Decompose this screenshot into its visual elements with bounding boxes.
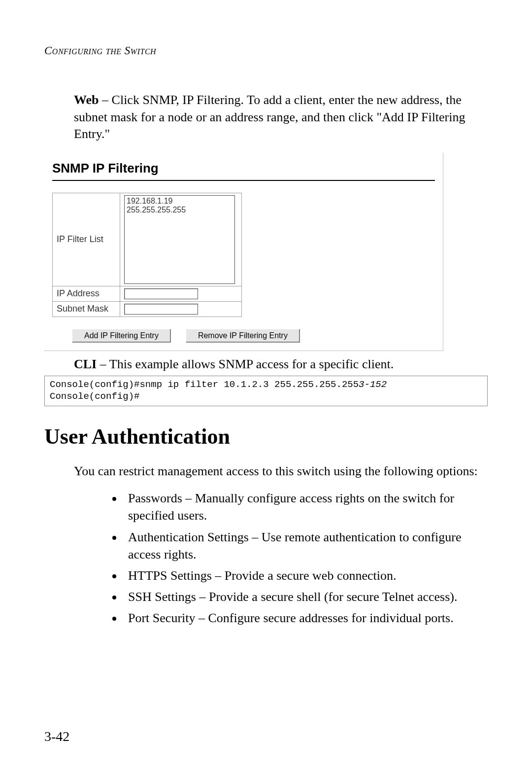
section-user-authentication: User Authentication — [44, 424, 488, 449]
ip-filter-form: IP Filter List 192.168.1.19 255.255.255.… — [52, 193, 242, 317]
ip-filter-list-label: IP Filter List — [53, 193, 120, 286]
list-item: Passwords – Manually configure access ri… — [123, 490, 488, 524]
body-column: Web – Click SNMP, IP Filtering. To add a… — [74, 92, 488, 143]
remove-ip-filtering-entry-button[interactable]: Remove IP Filtering Entry — [186, 329, 300, 343]
web-lead: Web — [74, 93, 99, 107]
ip-filter-list-row: IP Filter List 192.168.1.19 255.255.255.… — [53, 193, 242, 286]
subnet-mask-input[interactable] — [124, 304, 198, 315]
ip-filter-list-cell: 192.168.1.19 255.255.255.255 — [120, 193, 242, 286]
page: Configuring the Switch Web – Click SNMP,… — [0, 0, 532, 774]
running-head-text: Configuring the Switch — [44, 44, 156, 57]
auth-options-list: Passwords – Manually configure access ri… — [74, 490, 488, 627]
cli-line1-ref: 3-152 — [359, 379, 387, 390]
running-head: Configuring the Switch — [44, 44, 488, 57]
cli-line1-cmd: Console(config)#snmp ip filter 10.1.2.3 … — [50, 379, 359, 390]
panel-title: SNMP IP Filtering — [52, 161, 435, 176]
cli-text: – This example allows SNMP access for a … — [97, 357, 394, 371]
list-item: Port Security – Configure secure address… — [123, 609, 488, 627]
cli-line2: Console(config)# — [50, 391, 139, 402]
panel-divider — [52, 180, 435, 181]
body-column-3: You can restrict management access to th… — [74, 463, 488, 627]
page-number: 3-42 — [44, 729, 69, 744]
subnet-mask-row: Subnet Mask — [53, 301, 242, 317]
list-item: SSH Settings – Provide a secure shell (f… — [123, 588, 488, 605]
list-item: Authentication Settings – Use remote aut… — [123, 528, 488, 563]
cli-code-box: Console(config)#snmp ip filter 10.1.2.3 … — [44, 376, 488, 406]
snmp-ip-filtering-panel: SNMP IP Filtering IP Filter List 192.168… — [44, 153, 443, 351]
ip-address-input[interactable] — [124, 288, 198, 299]
subnet-mask-label: Subnet Mask — [53, 301, 120, 317]
auth-intro: You can restrict management access to th… — [74, 463, 488, 480]
web-text: – Click SNMP, IP Filtering. To add a cli… — [74, 93, 466, 141]
add-ip-filtering-entry-button[interactable]: Add IP Filtering Entry — [72, 329, 171, 343]
ip-filter-list-item[interactable]: 192.168.1.19 255.255.255.255 — [127, 197, 233, 214]
list-item: HTTPS Settings – Provide a secure web co… — [123, 567, 488, 584]
cli-paragraph: CLI – This example allows SNMP access fo… — [74, 356, 488, 373]
ip-address-row: IP Address — [53, 286, 242, 301]
web-paragraph: Web – Click SNMP, IP Filtering. To add a… — [74, 92, 488, 143]
body-column-2: CLI – This example allows SNMP access fo… — [74, 356, 488, 373]
button-row: Add IP Filtering Entry Remove IP Filteri… — [52, 329, 435, 343]
ui-inner: SNMP IP Filtering IP Filter List 192.168… — [44, 153, 443, 351]
ip-filter-listbox[interactable]: 192.168.1.19 255.255.255.255 — [124, 195, 235, 284]
subnet-mask-cell — [120, 301, 242, 317]
cli-lead: CLI — [74, 357, 97, 371]
ip-address-cell — [120, 286, 242, 301]
ip-address-label: IP Address — [53, 286, 120, 301]
